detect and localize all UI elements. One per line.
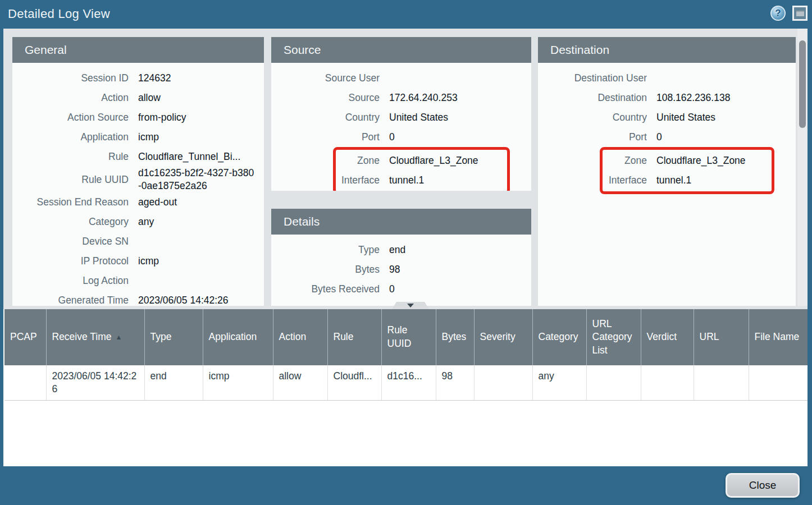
general-panel-header: General	[12, 37, 264, 63]
source-panel-header: Source	[271, 37, 531, 63]
field-label: Interface	[603, 174, 647, 187]
close-button[interactable]: Close	[726, 473, 800, 498]
vertical-scrollbar[interactable]	[797, 29, 808, 306]
chevron-down-icon	[407, 304, 414, 307]
field-row-device-sn: Device SN	[12, 232, 264, 251]
field-value: any	[138, 215, 162, 228]
field-label: Source	[271, 91, 380, 104]
column-header-application[interactable]: Application	[203, 309, 273, 365]
field-row-zone: ZoneCloudflare_L3_Zone	[336, 151, 507, 171]
sort-asc-icon: ▲	[116, 333, 122, 342]
field-label: Country	[538, 111, 647, 124]
field-label: Destination User	[538, 72, 647, 85]
field-row-type: Typeend	[271, 240, 531, 260]
field-label: Type	[271, 244, 380, 256]
field-value: Cloudflare_L3_Zone	[389, 154, 486, 167]
field-row-application: Applicationicmp	[12, 127, 264, 147]
table-row[interactable]: 2023/06/05 14:42:26endicmpallowCloudfl..…	[4, 365, 808, 400]
field-value: 0	[656, 131, 670, 144]
field-value: United States	[389, 111, 456, 124]
field-row-log-action: Log Action	[12, 271, 264, 291]
field-row-interface: Interfacetunnel.1	[336, 171, 507, 190]
general-panel: General Session ID124632ActionallowActio…	[12, 37, 264, 306]
field-row-country: CountryUnited States	[538, 108, 796, 127]
field-label: IP Protocol	[12, 255, 129, 268]
destination-panel: Destination Destination UserDestination1…	[538, 37, 796, 306]
field-row-bytes-received: Bytes Received0	[271, 279, 531, 299]
field-label: Category	[12, 215, 129, 228]
field-row-zone: ZoneCloudflare_L3_Zone	[603, 151, 772, 171]
middle-column: Source Source UserSource172.64.240.253Co…	[271, 37, 531, 306]
field-label: Port	[538, 131, 647, 144]
column-header-receive-time[interactable]: Receive Time▲	[46, 309, 144, 365]
field-label: Application	[12, 131, 129, 144]
field-row-source: Source172.64.240.253	[271, 88, 531, 108]
field-label: Zone	[603, 154, 647, 167]
column-header-file-name[interactable]: File Name	[749, 309, 808, 365]
window-icon[interactable]	[792, 6, 808, 21]
details-panel-header: Details	[271, 209, 531, 235]
collapse-handle[interactable]	[392, 302, 429, 309]
column-header-type[interactable]: Type	[144, 309, 203, 365]
column-header-url[interactable]: URL	[694, 309, 749, 365]
column-header-severity[interactable]: Severity	[474, 309, 532, 365]
field-value: from-policy	[138, 111, 194, 124]
column-header-bytes[interactable]: Bytes	[436, 309, 474, 365]
field-row-port: Port0	[538, 127, 796, 147]
field-row-bytes: Bytes98	[271, 260, 531, 279]
field-value: allow	[138, 91, 168, 104]
field-row-destination-user: Destination User	[538, 68, 796, 88]
field-value: 108.162.236.138	[656, 91, 738, 104]
field-value: icmp	[138, 131, 167, 144]
titlebar-icons: ?	[770, 6, 808, 21]
table-cell: 98	[436, 365, 474, 400]
field-row-generated-time: Generated Time2023/06/05 14:42:26	[12, 291, 264, 306]
field-value: United States	[656, 111, 723, 124]
field-label: Session ID	[12, 72, 129, 85]
field-row-category: Categoryany	[12, 212, 264, 232]
field-label: Generated Time	[12, 294, 129, 306]
field-row-source-user: Source User	[271, 68, 531, 88]
destination-panel-header: Destination	[538, 37, 796, 63]
column-header-action[interactable]: Action	[273, 309, 327, 365]
field-value: 0	[389, 131, 403, 144]
column-header-verdict[interactable]: Verdict	[641, 309, 694, 365]
scrollbar-thumb[interactable]	[799, 40, 806, 128]
field-value: 0	[389, 283, 403, 296]
table-cell: any	[532, 365, 586, 400]
column-header-url-category-list[interactable]: URL Category List	[586, 309, 641, 365]
field-row-ip-protocol: IP Protocolicmp	[12, 251, 264, 271]
table-cell: d1c16...	[381, 365, 436, 400]
field-label: Bytes	[271, 263, 380, 276]
field-value: 172.64.240.253	[389, 91, 466, 104]
field-row-session-end-reason: Session End Reasonaged-out	[12, 192, 264, 212]
field-label: Session End Reason	[12, 196, 129, 209]
table-cell: icmp	[203, 365, 273, 400]
dialog-content: General Session ID124632ActionallowActio…	[3, 29, 808, 463]
table-cell	[641, 365, 694, 400]
column-header-rule[interactable]: Rule	[327, 309, 381, 365]
field-label: Action	[12, 91, 129, 104]
highlight-box: ZoneCloudflare_L3_ZoneInterfacetunnel.1	[600, 147, 774, 194]
field-label: Source User	[271, 72, 380, 85]
upper-section: General Session ID124632ActionallowActio…	[3, 29, 808, 306]
column-header-rule-uuid[interactable]: Rule UUID	[381, 309, 436, 365]
table-cell: end	[144, 365, 203, 400]
field-row-action: Actionallow	[12, 88, 264, 108]
column-header-pcap[interactable]: PCAP	[4, 309, 46, 365]
column-header-category[interactable]: Category	[532, 309, 586, 365]
field-value: d1c16235-b2f2-4327-b380-0ae1875e2a26	[138, 167, 264, 192]
field-label: Bytes Received	[271, 283, 380, 296]
table-cell	[749, 365, 808, 400]
table-cell	[474, 365, 532, 400]
field-label: Action Source	[12, 111, 129, 124]
window-icon-pane	[796, 11, 804, 16]
details-panel: Details TypeendBytes98Bytes Received0	[271, 209, 531, 306]
field-label: Interface	[336, 174, 380, 187]
field-label: Destination	[538, 91, 647, 104]
field-row-session-id: Session ID124632	[12, 68, 264, 88]
highlight-box: ZoneCloudflare_L3_ZoneInterfacetunnel.1	[333, 147, 510, 191]
field-row-destination: Destination108.162.236.138	[538, 88, 796, 108]
help-icon[interactable]: ?	[770, 6, 786, 21]
field-value: icmp	[138, 255, 167, 268]
